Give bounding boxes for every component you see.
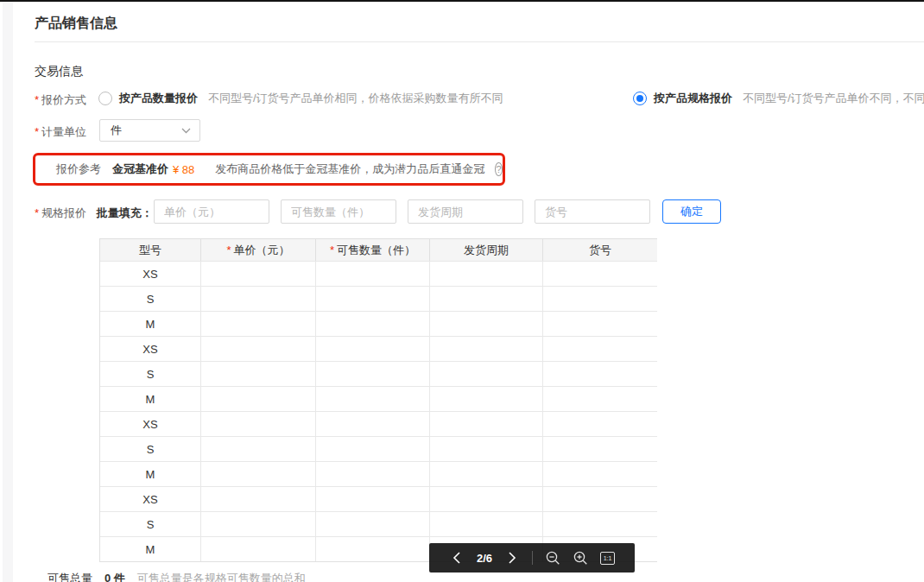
title-divider	[35, 41, 924, 42]
model-cell: XS	[100, 336, 201, 361]
leadtime-cell[interactable]	[430, 411, 543, 436]
spec-table-body: XS S M XS S	[100, 261, 656, 561]
itemno-cell[interactable]	[543, 486, 657, 511]
radio-option-label[interactable]: 按产品规格报价	[654, 91, 732, 106]
table-row: XS	[100, 336, 656, 361]
benchmark-desc: 发布商品价格低于金冠基准价，成为潜力品后直通金冠	[215, 161, 484, 177]
model-cell: S	[100, 286, 201, 311]
benchmark-price: ¥ 88	[173, 163, 194, 176]
leadtime-cell[interactable]	[430, 511, 543, 536]
leadtime-cell[interactable]	[430, 261, 543, 286]
quantity-cell[interactable]	[316, 511, 430, 536]
quantity-cell[interactable]	[316, 386, 430, 411]
quantity-cell[interactable]	[316, 536, 430, 561]
itemno-cell[interactable]	[543, 286, 657, 311]
quantity-cell[interactable]	[316, 311, 430, 336]
itemno-cell[interactable]	[543, 461, 657, 486]
model-cell: M	[100, 461, 201, 486]
leadtime-cell[interactable]	[430, 286, 543, 311]
unit-select-value: 件	[111, 123, 181, 138]
batch-leadtime-input[interactable]	[408, 199, 523, 224]
required-asterisk: *	[35, 206, 39, 219]
total-quantity-row: 可售总量 0 件 可售总量是各规格可售数量的总和	[47, 571, 306, 582]
radio-option-by-quantity[interactable]: 按产品数量报价 不同型号/订货号产品单价相同，价格依据采购数量有所不同	[98, 91, 503, 106]
zoom-out-icon[interactable]	[545, 550, 560, 566]
price-cell[interactable]	[201, 411, 316, 436]
quantity-cell[interactable]	[316, 336, 430, 361]
leadtime-cell[interactable]	[430, 486, 543, 511]
itemno-cell[interactable]	[543, 336, 657, 361]
radio-unselected-icon[interactable]	[98, 92, 112, 105]
itemno-cell[interactable]	[543, 261, 657, 286]
table-row: XS	[100, 486, 656, 511]
quantity-cell[interactable]	[316, 286, 430, 311]
next-page-icon[interactable]	[504, 550, 520, 566]
price-cell[interactable]	[201, 386, 316, 411]
itemno-cell[interactable]	[543, 311, 657, 336]
quantity-cell[interactable]	[316, 361, 430, 386]
unit-select[interactable]: 件	[99, 119, 200, 142]
leadtime-cell[interactable]	[430, 361, 543, 386]
model-cell: M	[100, 311, 201, 336]
model-cell: XS	[100, 411, 201, 436]
pager-divider	[532, 551, 533, 565]
section-title-trade-info: 交易信息	[35, 64, 83, 79]
model-cell: XS	[100, 261, 201, 286]
table-row: XS	[100, 411, 656, 436]
question-circle-icon[interactable]: ?	[495, 162, 503, 176]
itemno-cell[interactable]	[543, 361, 657, 386]
table-row: S	[100, 436, 656, 461]
model-cell: M	[100, 536, 201, 561]
quantity-cell[interactable]	[316, 486, 430, 511]
quantity-cell[interactable]	[316, 461, 430, 486]
itemno-cell[interactable]	[543, 386, 657, 411]
price-cell[interactable]	[201, 311, 316, 336]
quote-method-label: *报价方式	[35, 92, 86, 108]
batch-itemno-input[interactable]	[535, 199, 650, 224]
quantity-cell[interactable]	[316, 436, 430, 461]
radio-option-desc: 不同型号/订货号产品单价相同，价格依据采购数量有所不同	[208, 91, 503, 106]
leadtime-cell[interactable]	[430, 386, 543, 411]
required-asterisk: *	[35, 125, 39, 138]
page-title: 产品销售信息	[35, 15, 117, 33]
batch-fill-label: 批量填充：	[97, 206, 153, 219]
price-cell[interactable]	[201, 286, 316, 311]
table-row: M	[100, 461, 656, 486]
radio-option-label[interactable]: 按产品数量报价	[119, 91, 198, 106]
batch-price-input[interactable]	[154, 199, 269, 224]
price-cell[interactable]	[201, 486, 316, 511]
leadtime-cell[interactable]	[430, 461, 543, 486]
itemno-cell[interactable]	[543, 436, 657, 461]
prev-page-icon[interactable]	[449, 550, 465, 566]
actual-size-icon[interactable]: 1:1	[600, 552, 615, 565]
left-gutter	[3, 2, 13, 582]
leadtime-cell[interactable]	[430, 436, 543, 461]
batch-fill-row: 确定	[154, 199, 721, 224]
confirm-button[interactable]: 确定	[662, 199, 721, 224]
price-cell[interactable]	[201, 336, 316, 361]
price-cell[interactable]	[201, 436, 316, 461]
column-header-price: *单价（元）	[201, 239, 316, 261]
model-cell: XS	[100, 486, 201, 511]
quantity-cell[interactable]	[316, 261, 430, 286]
spec-quote-label: *规格报价 批量填充：	[35, 206, 153, 221]
price-cell[interactable]	[201, 461, 316, 486]
price-cell[interactable]	[201, 261, 316, 286]
batch-quantity-input[interactable]	[281, 199, 396, 224]
top-edge-bar	[0, 0, 924, 2]
leadtime-cell[interactable]	[430, 336, 543, 361]
itemno-cell[interactable]	[543, 511, 657, 536]
price-cell[interactable]	[201, 536, 316, 561]
table-row: XS	[100, 261, 656, 286]
radio-selected-icon[interactable]	[633, 92, 647, 105]
price-cell[interactable]	[201, 511, 316, 536]
table-row: M	[100, 311, 656, 336]
radio-option-by-spec[interactable]: 按产品规格报价 不同型号/订货号产品单价不同，不同型号不同价格	[633, 91, 924, 106]
leadtime-cell[interactable]	[430, 311, 543, 336]
itemno-cell[interactable]	[543, 411, 657, 436]
quantity-cell[interactable]	[316, 411, 430, 436]
model-cell: M	[100, 386, 201, 411]
table-row: S	[100, 361, 656, 386]
zoom-in-icon[interactable]	[573, 550, 588, 566]
price-cell[interactable]	[201, 361, 316, 386]
